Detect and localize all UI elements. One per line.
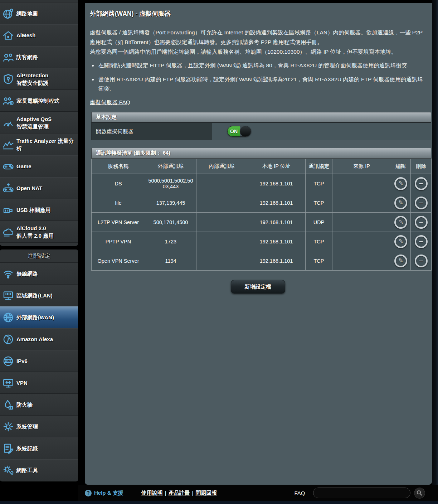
search-icon: [416, 489, 423, 496]
column-header: 來源 IP: [332, 159, 391, 174]
edit-button[interactable]: ✎: [394, 177, 407, 190]
cell-external-port: 1723: [145, 232, 196, 251]
cell-protocol: UDP: [306, 213, 332, 232]
port-forward-table: 服務名稱外部通訊埠內部通訊埠本地 IP 位址通訊協定來源 IP編輯刪除 DS50…: [91, 159, 432, 271]
sidebar-item-lan[interactable]: 區域網路(LAN): [0, 285, 78, 306]
cell-external-port: 500,1701,4500: [145, 213, 196, 232]
lan-icon: [0, 290, 16, 302]
sidebar-item-ipv6[interactable]: PV6IPv6: [0, 350, 78, 372]
bottom-edge-strip: [0, 501, 438, 504]
table-row: L2TP VPN Server500,1701,4500192.168.1.10…: [92, 213, 432, 232]
qos-gauge-icon: [0, 117, 16, 129]
cell-source-ip: [332, 193, 391, 213]
toggle-knob[interactable]: [240, 126, 251, 137]
column-header: 本地 IP 位址: [247, 159, 306, 174]
edit-button[interactable]: ✎: [394, 235, 407, 248]
link-separator: |: [165, 490, 166, 496]
cell-source-ip: [332, 251, 391, 271]
edit-button[interactable]: ✎: [394, 197, 407, 209]
cell-internal-port: [196, 251, 247, 271]
sidebar-item-syslog[interactable]: 系統記錄: [0, 437, 78, 459]
firewall-icon: [0, 399, 16, 411]
faq-label: FAQ: [295, 490, 305, 496]
delete-button[interactable]: −: [415, 177, 428, 190]
sidebar-item-label: 外部網路(WAN): [16, 314, 54, 321]
sidebar-item-open-nat[interactable]: Open NAT: [0, 177, 78, 199]
cell-service: L2TP VPN Server: [92, 213, 145, 232]
sidebar-item-label: 系統記錄: [16, 445, 38, 452]
cell-service: file: [92, 193, 145, 213]
sidebar-item-network-map[interactable]: 網路地圖: [0, 3, 78, 24]
minus-icon: −: [419, 256, 423, 266]
footer-link[interactable]: 產品註冊: [169, 490, 190, 496]
delete-button[interactable]: −: [415, 235, 428, 248]
sidebar-item-aimesh[interactable]: AiMesh: [0, 24, 78, 46]
sidebar-item-usb[interactable]: USB 相關應用: [0, 199, 78, 221]
cell-internal-port: [196, 232, 247, 251]
warning-bullet: 在關閉防火牆時設定 HTTP 伺服器，且設定外網 (WAN 端) 通訊埠為 80…: [98, 61, 426, 70]
edit-button[interactable]: ✎: [394, 255, 407, 267]
sidebar-item-cloud[interactable]: AiCloud 2.0個人雲 2.0 應用: [0, 221, 78, 243]
cell-external-port: 5000,5001,5002,5003,443: [145, 174, 196, 193]
footer-link[interactable]: 使用說明: [141, 490, 163, 496]
cell-external-port: 1194: [145, 251, 196, 271]
sidebar-item-wireless[interactable]: 無線網路: [0, 263, 78, 285]
parental-controls-icon: [0, 95, 16, 107]
cell-local-ip: 192.168.1.101: [247, 251, 306, 271]
sidebar-item-qos-gauge[interactable]: Adaptive QoS智慧流量管理: [0, 112, 78, 134]
shield-icon: [0, 73, 16, 85]
delete-button[interactable]: −: [415, 255, 428, 267]
cell-internal-port: [196, 213, 247, 232]
minus-icon: −: [419, 198, 423, 208]
sidebar-item-guest-network[interactable]: 訪客網路: [0, 46, 78, 68]
toggle-on-label: ON: [228, 126, 240, 136]
link-separator: |: [192, 490, 194, 496]
sidebar-item-shield[interactable]: AiProtection智慧安全防護: [0, 68, 78, 90]
sidebar-item-sublabel: 智慧流量管理: [16, 123, 52, 130]
admin-gear-icon: [0, 421, 16, 433]
virtual-server-faq-link[interactable]: 虛擬伺服器 FAQ: [90, 99, 130, 106]
sidebar-item-game[interactable]: Game: [0, 155, 78, 177]
intro-paragraph-2: 若您要為同一個網路中的用戶端指定埠範圍，請輸入服務名稱、埠範圍（10200:10…: [90, 47, 426, 57]
sidebar-item-label: 訪客網路: [16, 53, 38, 61]
sidebar-item-label: 家長電腦控制程式: [16, 97, 59, 105]
sidebar-item-label: IPv6: [16, 357, 28, 365]
add-profile-button[interactable]: 新增設定檔: [231, 280, 285, 294]
sidebar-clipped-item: [0, 0, 78, 3]
ipv6-icon: PV6: [0, 355, 16, 367]
sidebar-item-wan-globe[interactable]: 外部網路(WAN): [0, 306, 78, 328]
cloud-icon: [0, 226, 16, 238]
sidebar-item-alexa[interactable]: Amazon Alexa: [0, 328, 78, 350]
sidebar-item-label: VPN: [16, 379, 28, 387]
sidebar-main-menu: 網路地圖AiMesh訪客網路AiProtection智慧安全防護家長電腦控制程式…: [0, 0, 78, 246]
search-button[interactable]: [414, 488, 425, 499]
delete-button[interactable]: −: [415, 197, 428, 209]
sidebar-item-vpn[interactable]: VPN: [0, 372, 78, 394]
syslog-icon: [0, 442, 16, 455]
sidebar-item-label: 系統管理: [16, 423, 38, 430]
enable-virtual-server-row: 開啟虛擬伺服器 ON: [91, 123, 431, 140]
delete-button[interactable]: −: [415, 216, 428, 229]
sidebar-item-network-tools[interactable]: 網路工具: [0, 459, 78, 481]
virtual-server-toggle[interactable]: ON: [227, 126, 251, 137]
footer-link[interactable]: 問題回報: [196, 490, 217, 496]
edit-button[interactable]: ✎: [394, 216, 407, 229]
table-header-row: 服務名稱外部通訊埠內部通訊埠本地 IP 位址通訊協定來源 IP編輯刪除: [92, 159, 432, 174]
sidebar-item-admin-gear[interactable]: 系統管理: [0, 416, 78, 437]
pencil-icon: ✎: [398, 256, 403, 266]
faq-search-input[interactable]: [313, 488, 410, 498]
pencil-icon: ✎: [398, 179, 403, 188]
sidebar-item-firewall[interactable]: 防火牆: [0, 394, 78, 416]
sidebar-item-label: AiCloud 2.0: [16, 224, 54, 232]
pencil-icon: ✎: [398, 198, 403, 208]
intro-paragraph-1: 虛擬伺服器 / 通訊埠轉發（Port Forwarding）可允許在 Inter…: [90, 28, 426, 47]
sidebar-item-traffic-analyzer[interactable]: Traffic Analyzer 流量分析: [0, 134, 78, 155]
enable-virtual-server-value-cell: ON: [212, 123, 431, 140]
pencil-icon: ✎: [398, 218, 403, 227]
basic-settings-header: 基本設定: [91, 112, 431, 123]
table-row: DS5000,5001,5002,5003,443192.168.1.101TC…: [92, 174, 432, 193]
warning-bullet: 當使用 RT-AX82U 內建的 FTP 伺服器功能時，設定外網( WAN 端)…: [98, 75, 426, 93]
traffic-analyzer-icon: [0, 139, 16, 151]
sidebar-item-label: USB 相關應用: [16, 206, 51, 214]
sidebar-item-parental-controls[interactable]: 家長電腦控制程式: [0, 90, 78, 112]
